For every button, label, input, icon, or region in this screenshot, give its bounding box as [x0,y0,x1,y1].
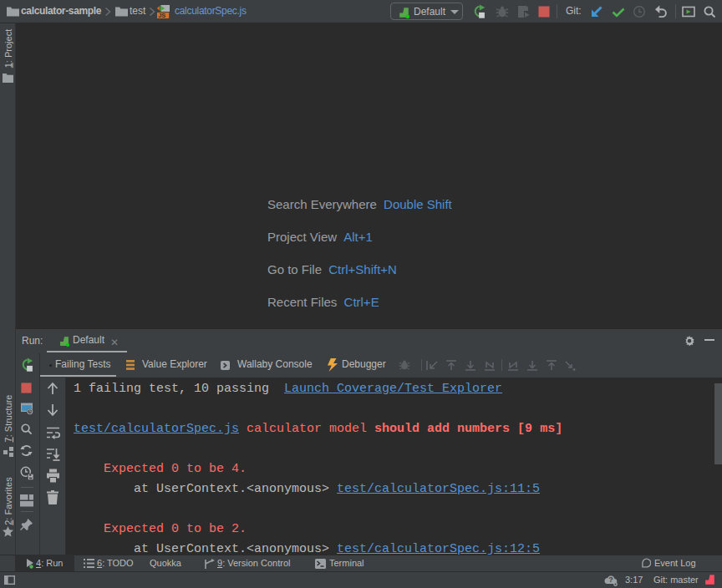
svg-text:?: ? [608,575,613,584]
svg-text:JS: JS [158,12,165,18]
